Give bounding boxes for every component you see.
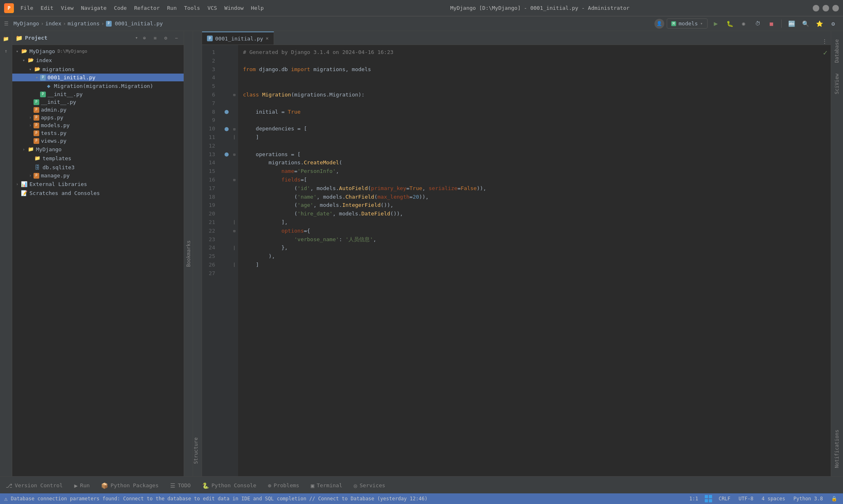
commit-icon-btn[interactable]: ↑	[2, 47, 11, 56]
menu-edit[interactable]: Edit	[37, 3, 56, 13]
encoding[interactable]: UTF-8	[737, 496, 755, 502]
tree-item-tests[interactable]: P tests.py	[12, 129, 184, 137]
hide-btn[interactable]: −	[172, 34, 180, 42]
code-line-20: ('hire_date', models.DateField()),	[243, 210, 826, 218]
menu-code[interactable]: Code	[111, 3, 130, 13]
collapse-btn[interactable]: ≡	[151, 34, 159, 42]
tree-item-db[interactable]: 🗄 db.sqlite3	[12, 163, 184, 172]
folder-mydjango2-icon: 📁	[27, 146, 34, 153]
bottom-bar: ⎇ Version Control ▶ Run 📦 Python Package…	[0, 476, 843, 493]
python-version[interactable]: Python 3.8	[792, 496, 825, 502]
translate-button[interactable]: 🔤	[786, 18, 797, 29]
run-config-selector[interactable]: M models ▾	[667, 18, 708, 29]
right-sidebar-notifications[interactable]: Notifications	[832, 425, 843, 473]
tree-item-scratches[interactable]: 📝 Scratches and Consoles	[12, 188, 184, 197]
right-sidebar-sciview[interactable]: SciView	[832, 69, 843, 99]
bottom-tab-services[interactable]: ◎ Services	[348, 477, 391, 494]
run-icon: ▶	[74, 482, 77, 489]
tree-item-migration-class[interactable]: ◆ Migration(migrations.Migration)	[12, 81, 184, 90]
tab-file-icon: P	[207, 36, 213, 41]
tab-options-button[interactable]: ⋮	[818, 38, 831, 45]
breadcrumb-mydjango[interactable]: MyDjango	[13, 20, 39, 27]
breakpoint-8[interactable]	[225, 110, 229, 114]
gear-btn[interactable]: ⚙	[162, 34, 170, 42]
settings-gear[interactable]: ⚙	[827, 18, 839, 29]
search-button[interactable]: 🔍	[800, 18, 811, 29]
coverage-button[interactable]: ◉	[738, 18, 749, 29]
run-button[interactable]: ▶	[710, 18, 722, 29]
status-message[interactable]: Database connection parameters found: Co…	[11, 496, 427, 502]
tree-item-0001initial[interactable]: ▾ P 0001_initial.py	[12, 74, 184, 81]
folder-icon-btn[interactable]: 📁	[2, 34, 11, 43]
tab-close-button[interactable]: ×	[265, 36, 268, 41]
tree-item-manage[interactable]: › P manage.py	[12, 172, 184, 179]
right-sidebar-database[interactable]: Database	[832, 34, 843, 68]
tree-item-models[interactable]: › P models.py	[12, 121, 184, 129]
stop-button[interactable]: ■	[766, 18, 777, 29]
tree-item-mydjango[interactable]: ▾ 📂 MyDjango D:\MyDjango	[12, 47, 184, 56]
console-icon: 🐍	[202, 482, 209, 489]
bottom-tab-problems[interactable]: ⊕ Problems	[262, 477, 305, 494]
structure-sidebar[interactable]: Structure	[193, 31, 202, 476]
tree-item-mydjango2[interactable]: › 📁 MyDjango	[12, 145, 184, 154]
lock-icon: 🔒	[830, 496, 839, 502]
code-line-17: ('id', models.AutoField(primary_key=True…	[243, 184, 826, 193]
menu-tools[interactable]: Tools	[181, 3, 203, 13]
bottom-tab-todo[interactable]: ☰ TODO	[164, 477, 196, 494]
db-icon: 🗄	[34, 164, 41, 171]
avatar-icon[interactable]: 👤	[654, 19, 664, 29]
tree-item-init-migrations[interactable]: P __init__.py	[12, 90, 184, 98]
menu-file[interactable]: File	[17, 3, 36, 13]
code-line-14: migrations.CreateModel(	[243, 159, 826, 167]
tree-item-migrations[interactable]: ▾ 📂 migrations	[12, 65, 184, 74]
code-line-27	[243, 269, 826, 278]
code-line-10: dependencies = [	[243, 125, 826, 133]
close-button[interactable]: ×	[832, 5, 839, 11]
menu-vcs[interactable]: VCS	[204, 3, 220, 13]
bottom-tab-python-console[interactable]: 🐍 Python Console	[196, 477, 262, 494]
menu-refactor[interactable]: Refactor	[131, 3, 163, 13]
bottom-tab-vcs[interactable]: ⎇ Version Control	[0, 477, 68, 494]
menu-help[interactable]: Help	[248, 3, 267, 13]
editor-tab-0001initial[interactable]: P 0001_initial.py ×	[202, 31, 274, 45]
indent[interactable]: 4 spaces	[760, 496, 787, 502]
minimize-button[interactable]: −	[813, 5, 819, 11]
tree-item-views[interactable]: P views.py	[12, 137, 184, 145]
folder-open-icon: 📂	[20, 47, 28, 55]
windows-icon	[705, 495, 712, 502]
code-line-3: from django.db import migrations, models	[243, 65, 826, 74]
project-tree: ▾ 📂 MyDjango D:\MyDjango ▾ 📂 index ▾ 📂 m…	[12, 45, 184, 476]
bottom-tab-terminal[interactable]: ▣ Terminal	[305, 477, 348, 494]
code-line-12	[243, 142, 826, 150]
breakpoint-13[interactable]	[225, 152, 229, 157]
cursor-position[interactable]: 1:1	[688, 496, 700, 502]
breadcrumb-index[interactable]: index	[45, 20, 61, 27]
add-btn[interactable]: ⊕	[140, 34, 148, 42]
bottom-tab-python-packages[interactable]: 📦 Python Packages	[95, 477, 164, 494]
code-content[interactable]: # Generated by Django 3.1.4 on 2024-04-1…	[238, 45, 831, 476]
profile-button[interactable]: ⏱	[752, 18, 763, 29]
tree-item-external[interactable]: › 📊 External Libraries	[12, 179, 184, 188]
breadcrumb-file[interactable]: 0001_initial.py	[115, 20, 163, 27]
bookmarks-sidebar[interactable]: Bookmarks	[184, 31, 193, 476]
menu-run[interactable]: Run	[164, 3, 180, 13]
bookmark-star[interactable]: ⭐	[814, 18, 825, 29]
breakpoint-10[interactable]	[225, 127, 229, 131]
tree-item-index[interactable]: ▾ 📂 index	[12, 56, 184, 65]
code-line-4	[243, 74, 826, 82]
menu-navigate[interactable]: Navigate	[78, 3, 110, 13]
maximize-button[interactable]: □	[823, 5, 829, 11]
line-ending[interactable]: CRLF	[717, 496, 732, 502]
bottom-tab-run[interactable]: ▶ Run	[68, 477, 95, 494]
menu-window[interactable]: Window	[221, 3, 247, 13]
tree-item-admin[interactable]: P admin.py	[12, 106, 184, 114]
menu-view[interactable]: View	[58, 3, 77, 13]
folder-icon-header: 📁	[16, 35, 22, 41]
tree-item-apps[interactable]: › P apps.py	[12, 114, 184, 121]
breadcrumb-migrations[interactable]: migrations	[67, 20, 99, 27]
debug-button[interactable]: 🐛	[724, 18, 735, 29]
tree-item-templates[interactable]: 📁 templates	[12, 154, 184, 163]
code-line-23: 'verbose_name': '人员信息',	[243, 235, 826, 244]
services-icon: ◎	[354, 482, 357, 489]
tree-item-init-index[interactable]: P __init__.py	[12, 98, 184, 106]
